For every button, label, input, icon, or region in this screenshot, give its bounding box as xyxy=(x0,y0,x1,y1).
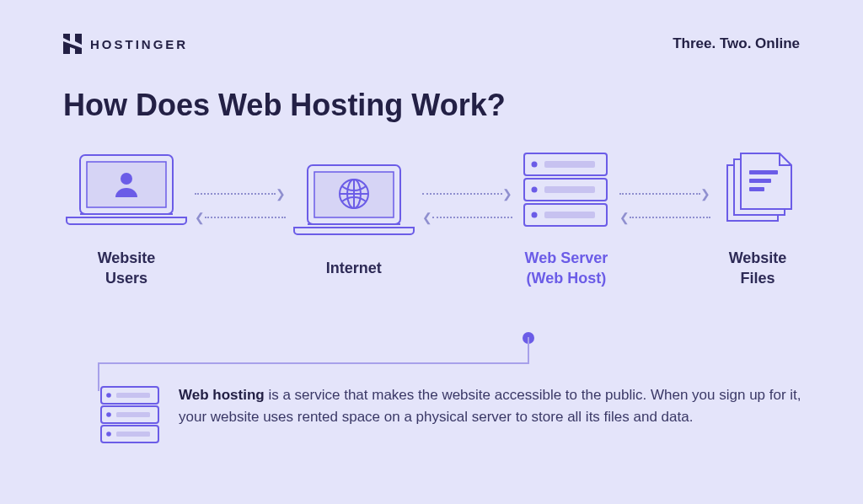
brand: HOSTINGER xyxy=(63,34,188,54)
flow-connector-2: ❯ ❮ xyxy=(417,188,518,223)
svg-rect-35 xyxy=(116,412,150,417)
svg-rect-22 xyxy=(544,161,595,168)
server-stack-icon xyxy=(517,148,614,233)
flow-diagram: Website Users ❯ ❮ Intern xyxy=(0,148,863,289)
connector-line xyxy=(98,362,529,364)
svg-rect-36 xyxy=(116,432,150,437)
connector-line xyxy=(528,337,529,362)
brand-name: HOSTINGER xyxy=(90,37,188,51)
page-title: How Does Web Hosting Work? xyxy=(0,54,863,148)
header: HOSTINGER Three. Two. Online xyxy=(0,0,863,54)
flow-item-users: Website Users xyxy=(63,148,190,289)
flow-connector-3: ❯ ❮ xyxy=(614,188,716,223)
flow-item-server: Web Server (Web Host) xyxy=(517,148,614,289)
svg-marker-0 xyxy=(63,34,70,41)
callout-text: Web hosting is a service that makes the … xyxy=(179,384,823,429)
svg-rect-34 xyxy=(116,393,150,398)
tagline: Three. Two. Online xyxy=(673,35,800,52)
svg-point-31 xyxy=(106,393,111,398)
flow-label-internet: Internet xyxy=(326,258,382,278)
chevron-right-icon: ❯ xyxy=(700,188,710,200)
flow-label-users: Website Users xyxy=(98,248,156,289)
chevron-left-icon: ❮ xyxy=(195,212,205,223)
svg-rect-24 xyxy=(544,212,595,218)
svg-marker-1 xyxy=(75,34,82,45)
document-stack-icon xyxy=(716,148,800,233)
svg-point-8 xyxy=(121,173,132,185)
svg-point-33 xyxy=(106,432,111,437)
flow-item-files: Website Files xyxy=(716,148,800,289)
chevron-right-icon: ❯ xyxy=(276,188,286,200)
callout-strong: Web hosting xyxy=(179,387,265,403)
svg-point-21 xyxy=(532,212,538,218)
svg-point-19 xyxy=(532,162,538,168)
flow-item-internet: Internet xyxy=(291,158,417,278)
flow-label-server: Web Server (Web Host) xyxy=(524,248,608,289)
laptop-globe-icon xyxy=(291,158,417,243)
callout-rest: is a service that makes the website acce… xyxy=(179,387,801,425)
svg-point-32 xyxy=(106,412,111,417)
svg-rect-26 xyxy=(749,179,771,183)
server-stack-small-icon xyxy=(98,384,162,445)
svg-rect-27 xyxy=(749,187,764,191)
svg-rect-25 xyxy=(749,170,778,174)
flow-connector-1: ❯ ❮ xyxy=(190,188,291,223)
flow-label-files: Website Files xyxy=(729,248,787,289)
chevron-right-icon: ❯ xyxy=(502,188,512,200)
svg-point-20 xyxy=(532,187,538,193)
svg-rect-23 xyxy=(544,186,595,193)
chevron-left-icon: ❮ xyxy=(422,212,432,223)
hostinger-logo-icon xyxy=(63,34,82,54)
chevron-left-icon: ❮ xyxy=(619,212,630,223)
laptop-user-icon xyxy=(63,148,190,233)
